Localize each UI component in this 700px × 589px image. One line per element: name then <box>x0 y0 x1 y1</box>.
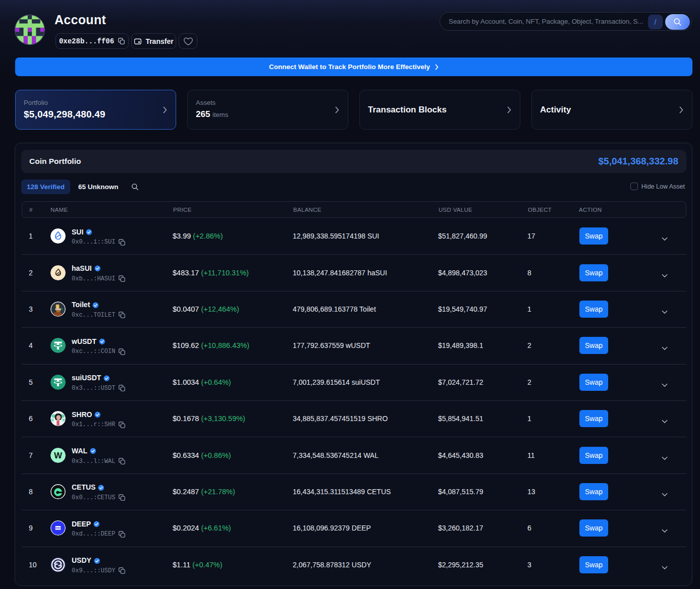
svg-text:W: W <box>54 451 63 460</box>
